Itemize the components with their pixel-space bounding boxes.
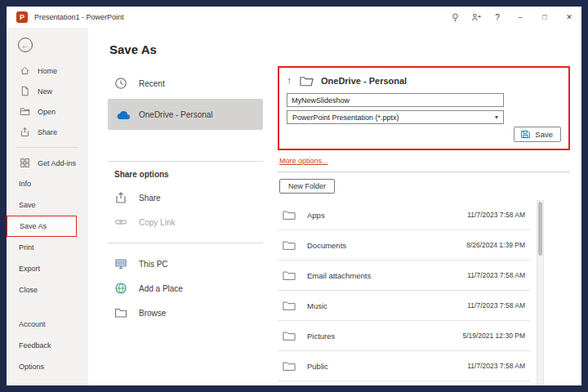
file-date: 11/7/2023 7:58 AM xyxy=(467,362,525,370)
save-location-label[interactable]: OneDrive - Personal xyxy=(321,76,407,86)
sidebar-item-open[interactable]: Open xyxy=(7,101,88,122)
sidebar-item-account[interactable]: Account xyxy=(7,314,88,335)
filename-input[interactable] xyxy=(287,93,504,107)
place-copy-link: Copy Link xyxy=(108,210,263,234)
backstage-sidebar: ← Home New xyxy=(7,28,88,385)
up-one-level-icon[interactable]: ↑ xyxy=(287,75,292,87)
minimize-button[interactable]: – xyxy=(508,7,532,28)
file-name: Music xyxy=(307,301,467,310)
new-document-icon xyxy=(19,86,30,97)
share-arrow-icon xyxy=(114,191,132,204)
sidebar-item-label: Save As xyxy=(20,222,47,230)
place-browse[interactable]: Browse xyxy=(108,301,263,325)
sidebar-item-label: Home xyxy=(38,67,57,75)
file-date: 8/26/2024 1:39 PM xyxy=(466,241,525,249)
screenshot-frame: P Presentation1 - PowerPoint ? – □ ✕ ← xyxy=(0,0,588,392)
sidebar-item-label: Info xyxy=(19,180,31,188)
location-folder-icon xyxy=(300,75,314,87)
addins-grid-icon xyxy=(19,158,30,169)
file-date: 11/7/2023 7:58 AM xyxy=(467,271,525,279)
sidebar-item-save[interactable]: Save xyxy=(7,194,88,216)
sidebar-item-home[interactable]: Home xyxy=(7,60,88,81)
place-label: Copy Link xyxy=(139,218,175,227)
save-icon xyxy=(520,129,531,140)
save-button[interactable]: Save xyxy=(514,127,561,142)
file-row[interactable]: Music 11/7/2023 7:58 AM xyxy=(278,291,530,321)
sidebar-item-close[interactable]: Close xyxy=(7,279,88,301)
sidebar-item-options[interactable]: Options xyxy=(7,356,88,377)
file-row[interactable]: Apps 11/7/2023 7:58 AM xyxy=(278,200,530,230)
sidebar-item-info[interactable]: Info xyxy=(7,173,88,194)
folder-icon xyxy=(283,239,297,251)
page-title: Save As xyxy=(109,42,572,56)
sidebar-item-feedback[interactable]: Feedback xyxy=(7,335,88,356)
new-folder-button[interactable]: New Folder xyxy=(279,179,335,194)
home-icon xyxy=(19,65,30,77)
place-add-a-place[interactable]: Add a Place xyxy=(108,276,263,301)
share-person-icon[interactable] xyxy=(466,7,487,28)
sidebar-item-label: Get Add-ins xyxy=(38,159,76,167)
place-onedrive[interactable]: OneDrive - Personal xyxy=(108,99,263,130)
file-date: 11/7/2023 7:58 AM xyxy=(467,211,525,219)
this-pc-monitor-icon xyxy=(114,257,132,270)
file-name: Apps xyxy=(307,211,467,220)
save-as-panel: Save As Recent xyxy=(88,28,581,385)
sidebar-item-export[interactable]: Export xyxy=(7,258,88,279)
share-icon xyxy=(19,127,30,138)
sidebar-item-label: Feedback xyxy=(19,341,51,350)
sidebar-item-label: Options xyxy=(19,363,44,371)
clock-icon xyxy=(114,77,132,90)
folder-icon xyxy=(283,209,297,220)
save-panel-annotated: ↑ OneDrive - Personal PowerPoint Present… xyxy=(278,66,570,150)
chevron-down-icon: ▾ xyxy=(495,114,498,121)
folder-icon xyxy=(283,360,297,372)
places-column: Recent OneDrive - Personal Share options xyxy=(108,66,263,385)
file-name: Public xyxy=(307,362,467,371)
file-row[interactable]: Transcribed Files 2/10/2023 1:43 PM xyxy=(278,381,530,385)
places-divider xyxy=(108,243,263,243)
place-recent[interactable]: Recent xyxy=(108,71,263,96)
sidebar-item-label: Export xyxy=(19,265,40,273)
sidebar-item-label: Account xyxy=(19,320,46,328)
scrollbar-thumb[interactable] xyxy=(538,202,542,256)
more-options-link[interactable]: More options... xyxy=(279,157,570,165)
sidebar-item-share[interactable]: Share xyxy=(7,122,88,142)
powerpoint-app-icon: P xyxy=(16,11,28,23)
file-name: Pictures xyxy=(307,332,462,341)
place-share[interactable]: Share xyxy=(108,185,263,210)
file-name: Documents xyxy=(307,241,466,250)
sidebar-item-save-as[interactable]: Save As xyxy=(7,216,77,237)
share-options-heading: Share options xyxy=(114,170,263,179)
file-row[interactable]: Pictures 5/19/2021 12:30 PM xyxy=(278,321,530,351)
maximize-button[interactable]: □ xyxy=(532,7,557,28)
place-label: Recent xyxy=(139,79,165,88)
new-folder-label: New Folder xyxy=(288,182,326,190)
place-this-pc[interactable]: This PC xyxy=(108,252,263,276)
place-label: OneDrive - Personal xyxy=(139,110,213,119)
add-place-globe-icon xyxy=(114,282,132,295)
file-row[interactable]: Documents 8/26/2024 1:39 PM xyxy=(278,230,530,261)
places-divider xyxy=(108,161,263,162)
file-row[interactable]: Email attachments 11/7/2023 7:58 AM xyxy=(278,261,530,291)
files-column: ↑ OneDrive - Personal PowerPoint Present… xyxy=(278,66,572,385)
sidebar-item-print[interactable]: Print xyxy=(7,237,88,258)
filetype-dropdown[interactable]: PowerPoint Presentation (*.pptx) ▾ xyxy=(287,110,504,124)
help-button[interactable]: ? xyxy=(487,7,508,28)
close-button[interactable]: ✕ xyxy=(557,7,581,28)
sidebar-item-label: Save xyxy=(19,201,36,209)
copy-link-icon xyxy=(114,216,132,229)
sidebar-item-label: Share xyxy=(38,128,57,136)
folder-icon xyxy=(283,270,297,281)
place-label: This PC xyxy=(139,260,168,269)
lightbulb-icon[interactable] xyxy=(444,7,466,28)
sidebar-item-new[interactable]: New xyxy=(7,81,88,101)
sidebar-item-label: New xyxy=(38,87,52,96)
save-button-label: Save xyxy=(535,130,553,139)
sidebar-item-get-addins[interactable]: Get Add-ins xyxy=(7,153,88,173)
sidebar-item-label: Print xyxy=(19,243,34,252)
file-row[interactable]: Public 11/7/2023 7:58 AM xyxy=(278,351,530,381)
powerpoint-window: P Presentation1 - PowerPoint ? – □ ✕ ← xyxy=(7,7,581,385)
back-button[interactable]: ← xyxy=(18,38,33,52)
open-folder-icon xyxy=(19,106,30,118)
file-list-scrollbar[interactable] xyxy=(537,200,544,385)
